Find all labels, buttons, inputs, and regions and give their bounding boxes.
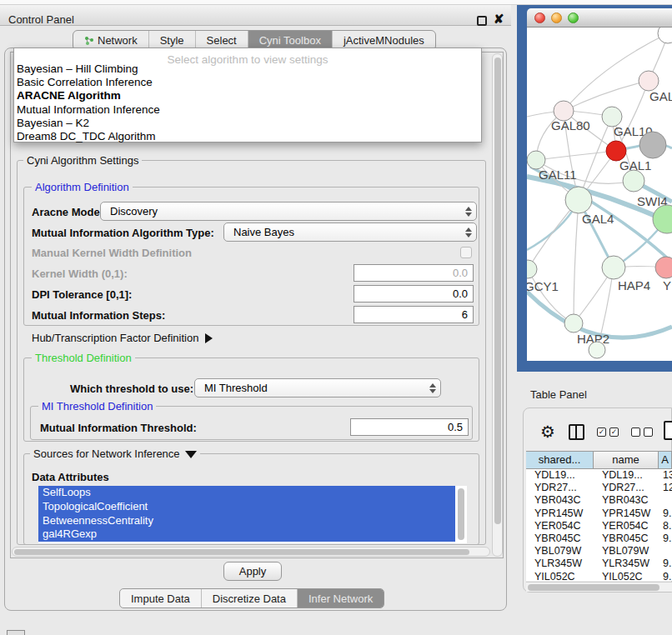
table-row[interactable]: YBR045CYBR045C9. <box>526 532 672 545</box>
sources-group-label[interactable]: Sources for Network Inference <box>30 448 200 460</box>
network-node[interactable] <box>653 205 672 233</box>
attribute-item[interactable]: gal4RGexp <box>38 528 455 542</box>
table-cell: YIL052C <box>526 571 594 582</box>
float-icon[interactable] <box>477 16 487 26</box>
kernel-width-label: Kernel Width (0,1): <box>32 268 128 280</box>
table-cell: YDL19... <box>594 469 659 482</box>
network-node-y[interactable] <box>655 257 672 278</box>
vertical-scrollbar[interactable] <box>492 53 503 557</box>
network-node-hap2[interactable] <box>564 314 583 332</box>
tab-infer-network[interactable]: Infer Network <box>297 589 384 608</box>
gear-icon[interactable]: ⚙ <box>540 422 555 442</box>
horizontal-scrollbar[interactable] <box>12 547 490 557</box>
network-node[interactable] <box>589 342 605 358</box>
table-panel-title: Table Panel <box>530 388 587 401</box>
algorithm-option[interactable]: Basic Correlation Inference <box>17 76 479 89</box>
node-label: GAL80 <box>551 118 590 132</box>
checked-boxes-icon[interactable]: ✓✓ <box>597 428 619 437</box>
corner-button[interactable] <box>7 630 25 635</box>
cyni-algorithm-settings-label: Cyni Algorithm Settings <box>23 155 142 167</box>
table-cell: YBR045C <box>526 532 594 545</box>
data-attributes-list[interactable]: SelfLoopsTopologicalCoefficientBetweenne… <box>38 486 467 543</box>
traffic-red-icon[interactable] <box>534 12 545 23</box>
table-scrollbar-thumb[interactable] <box>528 584 659 591</box>
algorithm-option[interactable]: Mutual Information Inference <box>17 103 479 117</box>
table-cell: YER054C <box>526 520 594 532</box>
algorithm-option[interactable]: ARACNE Algorithm <box>17 89 479 102</box>
network-node-hap4[interactable] <box>602 256 625 279</box>
table-cell: YBL079W <box>526 545 594 558</box>
traffic-green-icon[interactable] <box>568 12 579 23</box>
attribute-item[interactable]: BetweennessCentrality <box>38 514 455 528</box>
close-icon[interactable]: ✘ <box>494 12 504 27</box>
apply-button[interactable]: Apply <box>223 562 282 581</box>
network-canvas[interactable]: GALGAL80GAL10GAL1GAL11SWI4GAL4GCY1HAP4YH… <box>527 28 672 361</box>
table-row[interactable]: YDR27...YDR27...12 <box>526 482 672 494</box>
network-node-gal[interactable] <box>639 71 659 91</box>
mi-threshold-label: Mutual Information Threshold: <box>40 422 197 434</box>
columns-icon[interactable] <box>569 424 584 440</box>
network-node[interactable] <box>658 28 672 43</box>
mi-algorithm-type-select[interactable]: Naive Bayes <box>223 222 477 242</box>
dpi-tolerance-input[interactable] <box>354 285 474 302</box>
mi-algorithm-type-value: Naive Bayes <box>224 226 461 238</box>
node-label: GCY1 <box>527 279 559 293</box>
tab-impute-data[interactable]: Impute Data <box>120 589 201 608</box>
manual-kernel-checkbox[interactable] <box>460 247 472 258</box>
table-cell: YDR27... <box>526 482 594 494</box>
node-label: GAL4 <box>582 212 614 226</box>
algorithm-option[interactable]: Bayesian – K2 <box>17 117 479 130</box>
column-header[interactable]: shared... <box>526 452 594 468</box>
data-attributes-label: Data Attributes <box>32 471 109 483</box>
table-cell: YIL052C <box>594 571 659 582</box>
unchecked-boxes-icon[interactable] <box>631 428 653 437</box>
attribute-item[interactable]: SelfLoops <box>38 486 455 500</box>
table-row[interactable]: YER054CYER054C8. <box>526 520 672 532</box>
mi-algorithm-type-label: Mutual Information Algorithm Type: <box>32 227 214 239</box>
vertical-scrollbar-thumb[interactable] <box>494 58 501 524</box>
aracne-mode-select[interactable]: Discovery <box>100 202 477 221</box>
mi-steps-input[interactable] <box>354 306 474 323</box>
node-table: shared...nameA YDL19...YDL19...13YDR27..… <box>526 451 672 581</box>
algorithm-option[interactable]: Bayesian – Hill Climbing <box>17 62 479 76</box>
horizontal-scrollbar-thumb[interactable] <box>14 549 469 555</box>
kernel-width-input[interactable] <box>354 264 474 282</box>
table-toolbar: ⚙ ✓✓ <box>540 421 672 442</box>
table-cell: YBR043C <box>594 494 659 507</box>
table-cell: YDR27... <box>594 482 659 494</box>
traffic-yellow-icon[interactable] <box>551 12 562 23</box>
table-row[interactable]: YBL079WYBL079W <box>526 545 672 558</box>
table-cell: 9. <box>659 532 672 545</box>
attributes-scrollbar-thumb[interactable] <box>458 488 464 540</box>
mi-threshold-input[interactable] <box>350 418 469 436</box>
network-node-swi4[interactable] <box>623 170 644 192</box>
which-threshold-select[interactable]: MI Threshold <box>194 378 441 398</box>
mi-steps-label: Mutual Information Steps: <box>32 309 165 322</box>
table-rows: YDL19...YDL19...13YDR27...YDR27...12YBR0… <box>526 469 672 581</box>
table-row[interactable]: YLR345WYLR345W9. <box>526 558 672 570</box>
network-node[interactable] <box>639 132 666 158</box>
table-cell: YPR145W <box>526 508 594 520</box>
table-cell: 12 <box>659 482 672 494</box>
threshold-definition-label: Threshold Definition <box>32 352 135 364</box>
network-edge <box>536 151 616 160</box>
attribute-item[interactable]: TopologicalCoefficient <box>38 500 455 514</box>
network-node-gcy1[interactable] <box>527 260 537 278</box>
column-header[interactable]: name <box>594 452 659 468</box>
table-row[interactable]: YBR043CYBR043C <box>526 494 672 507</box>
which-threshold-value: MI Threshold <box>195 382 425 394</box>
node-label: GAL11 <box>539 168 577 182</box>
table-horizontal-scrollbar[interactable] <box>526 582 672 592</box>
network-edge <box>574 200 579 323</box>
network-node-gal11[interactable] <box>527 151 545 169</box>
tab-discretize-data[interactable]: Discretize Data <box>201 589 297 608</box>
column-header[interactable]: A <box>659 452 672 468</box>
table-row[interactable]: YPR145WYPR145W9. <box>526 508 672 520</box>
table-cell: YER054C <box>594 520 659 532</box>
network-node-gal4[interactable] <box>565 187 592 213</box>
table-row[interactable]: YIL052CYIL052C9. <box>526 571 672 582</box>
algorithm-option[interactable]: Dream8 DC_TDC Algorithm <box>17 130 479 143</box>
table-cell: YDL19... <box>526 469 594 482</box>
table-row[interactable]: YDL19...YDL19...13 <box>526 469 672 482</box>
hub-definition-toggle[interactable]: Hub/Transcription Factor Definition <box>32 332 213 344</box>
